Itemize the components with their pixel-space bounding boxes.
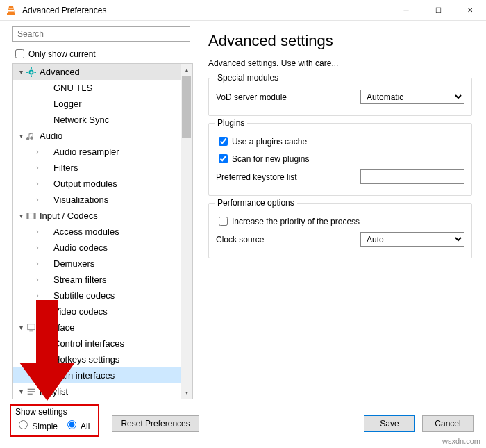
close-button[interactable]: ✕: [454, 0, 486, 21]
tree-item[interactable]: ›Video codecs: [13, 304, 192, 320]
tree-item-label: Interface: [40, 322, 75, 333]
tree-item[interactable]: ›Audio codecs: [13, 240, 192, 256]
tree-item[interactable]: ›Audio resampler: [13, 144, 192, 160]
svg-marker-0: [8, 6, 15, 13]
tree-item[interactable]: ›Subtitle codecs: [13, 288, 192, 304]
vod-label: VoD server module: [216, 92, 360, 102]
twisty-icon[interactable]: ›: [33, 372, 42, 379]
tree-item-label: Control interfaces: [53, 338, 124, 349]
tree-item-label: GNU TLS: [53, 83, 92, 93]
search-input[interactable]: [12, 26, 190, 42]
cancel-button[interactable]: Cancel: [422, 415, 474, 432]
tree-item-label: Input / Codecs: [40, 210, 98, 221]
tree-item[interactable]: ›Visualizations: [13, 192, 192, 208]
priority-label: Increase the priority of the process: [232, 217, 360, 226]
page-title: Advanced settings: [208, 32, 472, 50]
bottom-bar: Show settings Simple All Reset Preferenc…: [0, 399, 486, 440]
twisty-icon[interactable]: ›: [33, 228, 42, 235]
tree-item[interactable]: ›Filters: [13, 160, 192, 176]
tree-item[interactable]: ›Control interfaces: [13, 335, 192, 351]
tree-item[interactable]: ›Stream filters: [13, 272, 192, 288]
tree-item[interactable]: Network Sync: [13, 112, 192, 128]
all-radio-label[interactable]: All: [64, 422, 90, 431]
svg-point-4: [29, 70, 33, 74]
twisty-icon[interactable]: ›: [33, 340, 42, 347]
twisty-icon[interactable]: ▾: [16, 388, 26, 395]
gear-icon: [26, 67, 37, 77]
tree-item[interactable]: ›Main interfaces: [13, 367, 192, 383]
tree-item[interactable]: ▾Advanced: [13, 64, 192, 80]
watermark: wsxdn.com: [442, 437, 480, 445]
codec-icon: [26, 211, 37, 221]
tree-item[interactable]: ›Access modules: [13, 224, 192, 240]
only-current-row: Only show current: [12, 47, 192, 60]
svg-rect-10: [27, 213, 29, 219]
scan-plugins-checkbox[interactable]: [219, 154, 228, 163]
tree-scrollbar[interactable]: ▴ ▾: [181, 64, 192, 399]
twisty-icon[interactable]: ›: [33, 244, 42, 251]
simple-radio[interactable]: [19, 420, 28, 429]
page-subtitle: Advanced settings. Use with care...: [208, 58, 472, 68]
tree-item[interactable]: ▾Audio: [13, 128, 192, 144]
tree-item-label: Filters: [53, 163, 78, 173]
tree-item-label: Main interfaces: [53, 370, 115, 381]
svg-rect-13: [29, 330, 33, 331]
tree-item-label: Logger: [53, 99, 81, 109]
only-current-label: Only show current: [28, 49, 96, 59]
twisty-icon[interactable]: ›: [33, 292, 42, 299]
priority-checkbox[interactable]: [219, 217, 228, 226]
svg-rect-3: [8, 10, 14, 12]
keystore-input[interactable]: [360, 169, 464, 184]
scroll-down-icon[interactable]: ▾: [181, 387, 192, 399]
tree-item-label: Output modules: [53, 179, 117, 189]
iface-icon: [26, 323, 37, 333]
plugins-cache-checkbox[interactable]: [219, 137, 228, 146]
twisty-icon[interactable]: ›: [33, 148, 42, 156]
svg-rect-11: [34, 213, 36, 219]
twisty-icon[interactable]: ▾: [16, 132, 26, 140]
tree-item[interactable]: Logger: [13, 96, 192, 112]
twisty-icon[interactable]: ›: [33, 180, 42, 188]
tree-item-label: Stream filters: [53, 274, 107, 285]
tree-item-label: Video codecs: [53, 306, 108, 317]
scan-plugins-label: Scan for new plugins: [232, 154, 309, 164]
twisty-icon[interactable]: ›: [33, 276, 42, 283]
tree-item-label: Subtitle codecs: [53, 290, 115, 301]
tree-item-label: Visualizations: [53, 194, 108, 205]
twisty-icon[interactable]: ▾: [16, 68, 26, 76]
tree-item-label: Audio: [40, 131, 62, 141]
group-special-modules: Special modules VoD server module Automa…: [208, 78, 472, 116]
tree-item[interactable]: ›Output modules: [13, 176, 192, 192]
simple-radio-label[interactable]: Simple: [15, 422, 58, 431]
twisty-icon[interactable]: ▾: [16, 212, 26, 219]
tree-item-label: Hotkeys settings: [53, 354, 119, 365]
tree-item[interactable]: ▾Input / Codecs: [13, 208, 192, 224]
tree-item[interactable]: ▾Interface: [13, 320, 192, 335]
vod-select[interactable]: Automatic: [360, 90, 464, 104]
tree-item[interactable]: ▾Playlist: [13, 383, 192, 399]
tree-item[interactable]: GNU TLS: [13, 80, 192, 96]
group-plugins: Plugins Use a plugins cache Scan for new…: [208, 123, 472, 196]
scroll-up-icon[interactable]: ▴: [181, 64, 192, 76]
clock-label: Clock source: [216, 235, 360, 244]
plugins-cache-label: Use a plugins cache: [232, 137, 307, 147]
twisty-icon[interactable]: ▾: [16, 324, 26, 331]
twisty-icon[interactable]: ›: [33, 260, 42, 267]
tree-item[interactable]: Hotkeys settings: [13, 351, 192, 367]
twisty-icon[interactable]: ›: [33, 196, 42, 204]
all-radio[interactable]: [67, 420, 76, 429]
tree-item-label: Audio resampler: [53, 147, 119, 157]
save-button[interactable]: Save: [364, 415, 415, 432]
clock-select[interactable]: Auto: [360, 232, 464, 247]
tree-item-label: Playlist: [40, 386, 68, 397]
tree-item[interactable]: ›Demuxers: [13, 256, 192, 272]
legend-performance: Performance options: [215, 198, 297, 208]
playlist-icon: [26, 387, 37, 397]
reset-preferences-button[interactable]: Reset Preferences: [112, 415, 199, 432]
scroll-thumb[interactable]: [182, 76, 191, 138]
maximize-button[interactable]: ☐: [422, 0, 454, 21]
twisty-icon[interactable]: ›: [33, 308, 42, 315]
minimize-button[interactable]: ─: [390, 0, 422, 21]
only-current-checkbox[interactable]: [15, 49, 24, 58]
twisty-icon[interactable]: ›: [33, 164, 42, 172]
